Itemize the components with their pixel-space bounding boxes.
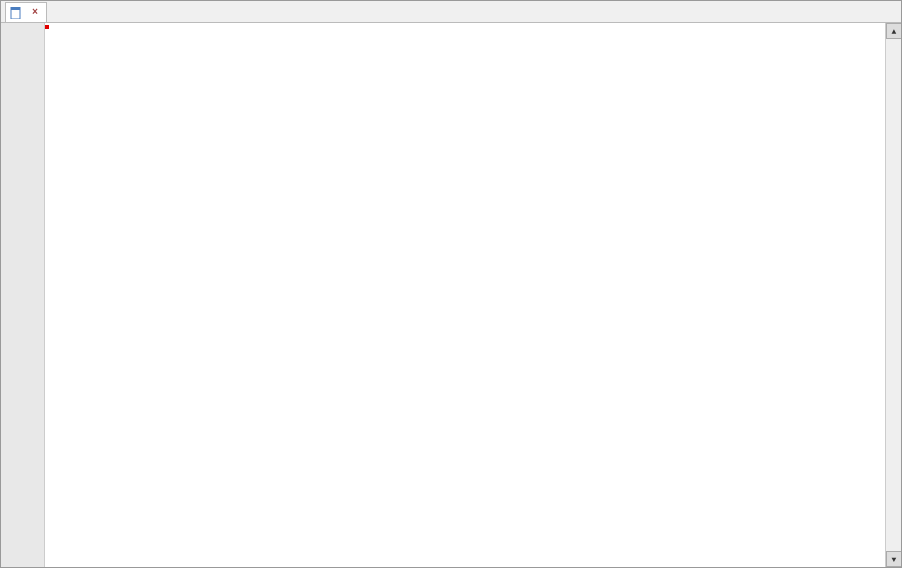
scroll-up-button[interactable]: ▲: [886, 23, 901, 39]
editor-area: ▲ ▼: [1, 23, 901, 567]
file-tab[interactable]: ×: [5, 2, 47, 22]
tab-bar: ×: [1, 1, 901, 23]
scroll-down-button[interactable]: ▼: [886, 551, 901, 567]
line-number-gutter: [1, 23, 45, 567]
file-icon: [10, 7, 22, 19]
svg-rect-1: [11, 7, 20, 10]
vertical-scrollbar[interactable]: ▲ ▼: [885, 23, 901, 567]
close-icon[interactable]: ×: [30, 8, 40, 18]
highlight-box: [45, 25, 49, 29]
code-content[interactable]: [45, 23, 885, 567]
editor-window: × ▲ ▼: [0, 0, 902, 568]
